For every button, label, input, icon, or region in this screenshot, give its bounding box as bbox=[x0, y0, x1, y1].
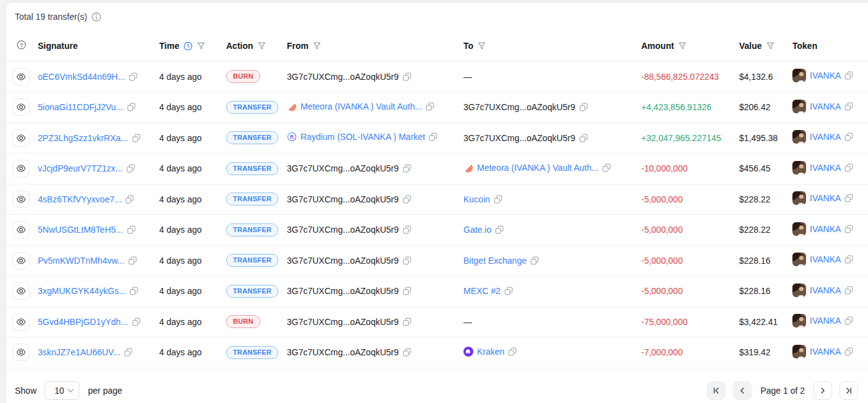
token-avatar bbox=[792, 130, 806, 144]
copy-icon[interactable] bbox=[403, 256, 411, 265]
token-link[interactable]: IVANKA bbox=[810, 132, 841, 142]
copy-icon[interactable] bbox=[508, 347, 517, 356]
next-page-button[interactable] bbox=[813, 381, 832, 400]
to-filter-icon[interactable] bbox=[478, 42, 486, 50]
copy-icon[interactable] bbox=[844, 194, 853, 202]
copy-icon[interactable] bbox=[403, 318, 411, 326]
signature-link[interactable]: 4sBz6TKfVYyxvoe7... bbox=[38, 194, 121, 204]
copy-icon[interactable] bbox=[403, 164, 411, 173]
token-link[interactable]: IVANKA bbox=[810, 347, 841, 357]
copy-icon[interactable] bbox=[844, 163, 853, 172]
copy-icon[interactable] bbox=[128, 256, 137, 265]
signature-link[interactable]: Pv5mKWDTnMh4vw... bbox=[38, 256, 125, 266]
token-link[interactable]: IVANKA bbox=[810, 254, 841, 264]
signature-link[interactable]: 3xgMUKGYK44ykGs... bbox=[38, 286, 126, 296]
to-account-link[interactable]: Gate.io bbox=[463, 225, 491, 235]
token-link[interactable]: IVANKA bbox=[810, 193, 841, 203]
token-avatar bbox=[792, 284, 806, 297]
time-filter-icon[interactable] bbox=[197, 42, 205, 50]
copy-icon[interactable] bbox=[403, 348, 411, 357]
clock-toggle-icon[interactable] bbox=[183, 41, 193, 51]
preview-eye-button[interactable] bbox=[12, 252, 30, 269]
preview-eye-button[interactable] bbox=[12, 282, 30, 300]
from-filter-icon[interactable] bbox=[313, 42, 321, 50]
info-icon[interactable] bbox=[92, 12, 101, 22]
action-filter-icon[interactable] bbox=[258, 42, 266, 50]
last-page-button[interactable] bbox=[840, 381, 858, 400]
preview-eye-button[interactable] bbox=[12, 98, 30, 116]
to-account-link[interactable]: Kucoin bbox=[463, 194, 490, 204]
token-avatar bbox=[792, 222, 806, 236]
table-row: 4sBz6TKfVYyxvoe7...4 days agoTRANSFER3G7… bbox=[6, 184, 868, 215]
to-account-link[interactable]: Meteora (IVANKA ) Vault Auth... bbox=[477, 163, 598, 173]
pagination: Page 1 of 2 bbox=[707, 381, 858, 400]
copy-icon[interactable] bbox=[125, 195, 134, 204]
amount-filter-icon[interactable] bbox=[678, 42, 686, 50]
copy-icon[interactable] bbox=[844, 255, 853, 264]
from-account-link[interactable]: Raydium (SOL-IVANKA ) Market bbox=[300, 132, 425, 142]
signature-link[interactable]: 2PZ3LhgSzz1vkrRXa... bbox=[38, 133, 128, 143]
preview-eye-button[interactable] bbox=[12, 313, 30, 331]
copy-icon[interactable] bbox=[127, 225, 136, 234]
copy-icon[interactable] bbox=[127, 103, 136, 111]
preview-eye-button[interactable] bbox=[12, 129, 30, 147]
copy-icon[interactable] bbox=[403, 72, 411, 81]
table-row: 5Gvd4HBPjGD1yYdh...4 days agoBURN3G7c7UX… bbox=[6, 306, 868, 337]
copy-icon[interactable] bbox=[403, 225, 411, 234]
copy-icon[interactable] bbox=[579, 103, 588, 111]
token-link[interactable]: IVANKA bbox=[810, 102, 841, 111]
from-cell-content: 3G7c7UXCmg...oAZoqkU5r9 bbox=[287, 256, 411, 266]
copy-icon[interactable] bbox=[426, 102, 434, 111]
from-account-link[interactable]: Meteora (IVANKA ) Vault Auth... bbox=[300, 102, 422, 111]
copy-icon[interactable] bbox=[126, 164, 135, 173]
preview-eye-button[interactable] bbox=[12, 344, 30, 361]
copy-icon[interactable] bbox=[132, 134, 141, 142]
to-account-link[interactable]: Bitget Exchange bbox=[463, 256, 527, 266]
preview-eye-button[interactable] bbox=[12, 160, 30, 177]
copy-icon[interactable] bbox=[403, 287, 411, 295]
signature-link[interactable]: vJcjdP9eurV7TZ1zx... bbox=[38, 163, 123, 173]
copy-icon[interactable] bbox=[844, 286, 853, 295]
copy-icon[interactable] bbox=[844, 316, 853, 325]
copy-icon[interactable] bbox=[844, 132, 853, 141]
copy-icon[interactable] bbox=[844, 347, 853, 356]
copy-icon[interactable] bbox=[494, 195, 502, 204]
copy-icon[interactable] bbox=[579, 134, 588, 142]
copy-icon[interactable] bbox=[844, 71, 853, 80]
copy-icon[interactable] bbox=[403, 195, 411, 204]
copy-icon[interactable] bbox=[495, 225, 504, 234]
signature-link[interactable]: 3sknJZ7e1AU66UV... bbox=[38, 347, 120, 357]
signature-link[interactable]: 5Gvd4HBPjGD1yYdh... bbox=[38, 317, 128, 327]
preview-eye-button[interactable] bbox=[12, 68, 30, 85]
preview-eye-button[interactable] bbox=[12, 191, 30, 208]
token-link[interactable]: IVANKA bbox=[810, 163, 841, 173]
prev-page-button[interactable] bbox=[733, 381, 752, 400]
copy-icon[interactable] bbox=[129, 287, 138, 295]
page-size-select[interactable]: 10 bbox=[45, 381, 79, 400]
copy-icon[interactable] bbox=[530, 256, 539, 265]
copy-icon[interactable] bbox=[132, 318, 141, 326]
copy-icon[interactable] bbox=[504, 287, 513, 295]
value-filter-icon[interactable] bbox=[766, 42, 774, 50]
help-icon[interactable]: ? bbox=[17, 40, 26, 50]
copy-icon[interactable] bbox=[124, 348, 133, 357]
signature-link[interactable]: oEC6VmkSd44n69H... bbox=[38, 72, 125, 82]
copy-icon[interactable] bbox=[429, 132, 437, 141]
token-link[interactable]: IVANKA bbox=[810, 224, 841, 234]
copy-icon[interactable] bbox=[602, 163, 611, 172]
copy-icon[interactable] bbox=[844, 225, 853, 233]
token-link[interactable]: IVANKA bbox=[810, 285, 841, 295]
signature-link[interactable]: 5ionaGi11CDFjJ2Vu... bbox=[38, 102, 123, 112]
token-link[interactable]: IVANKA bbox=[810, 71, 841, 80]
time-value: 4 days ago bbox=[159, 317, 202, 327]
to-account-link[interactable]: MEXC #2 bbox=[463, 286, 501, 296]
copy-icon[interactable] bbox=[844, 102, 853, 111]
to-account-link[interactable]: Kraken bbox=[477, 347, 504, 357]
preview-eye-button[interactable] bbox=[12, 221, 30, 238]
from-address: 3G7c7UXCmg...oAZoqkU5r9 bbox=[287, 286, 399, 296]
copy-icon[interactable] bbox=[129, 72, 138, 81]
signature-link[interactable]: 5NwUSGtLtM8TeH5... bbox=[38, 225, 123, 235]
from-cell-content: 3G7c7UXCmg...oAZoqkU5r9 bbox=[287, 72, 411, 82]
first-page-button[interactable] bbox=[707, 381, 726, 400]
token-link[interactable]: IVANKA bbox=[810, 316, 841, 326]
